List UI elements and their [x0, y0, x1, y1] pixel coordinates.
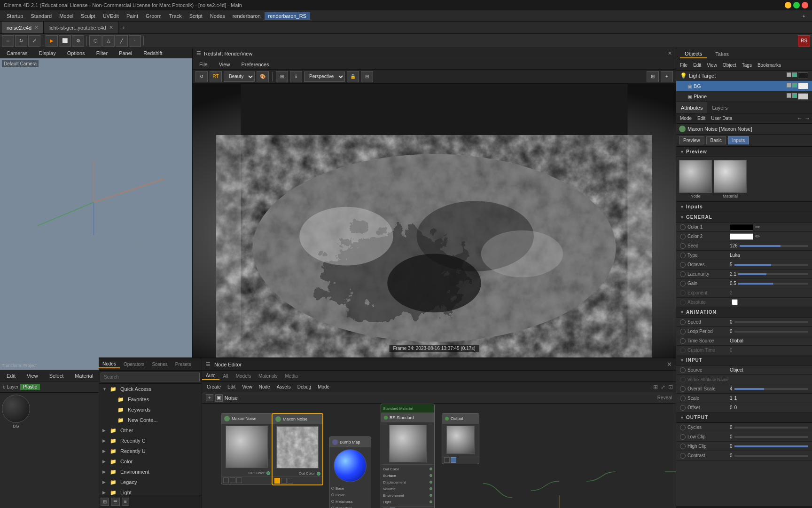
attr-back-btn[interactable]: ←	[797, 115, 803, 122]
cycles-port[interactable]	[680, 425, 686, 430]
nemenu-debug[interactable]: Debug	[296, 384, 313, 390]
lowclip-slider[interactable]	[734, 436, 808, 438]
node-maxon1-icon3[interactable]	[236, 477, 242, 483]
amenu-edit[interactable]: Edit	[695, 115, 707, 121]
tab-takes[interactable]: Takes	[710, 50, 734, 58]
btab-view[interactable]: View	[23, 372, 42, 380]
ne-add-btn[interactable]: +	[206, 394, 213, 401]
oscale-slider[interactable]	[734, 388, 808, 390]
rvm-prefs[interactable]: Preferences	[237, 61, 273, 68]
tree-color[interactable]: ▶ 📁 Color	[99, 456, 202, 467]
btab-edit[interactable]: Edit	[3, 372, 19, 380]
node-canvas[interactable]: Maxon Noise Out Color	[202, 404, 676, 508]
output-section-header[interactable]: ▼ OUTPUT	[676, 413, 812, 423]
menu-uvedit[interactable]: UVEdit	[99, 12, 123, 20]
amenu-userdata[interactable]: User Data	[709, 115, 734, 121]
menu-standard[interactable]: Standard	[27, 12, 55, 20]
attr-fwd-btn[interactable]: →	[804, 115, 810, 122]
obj-bg-dot2[interactable]	[792, 83, 797, 87]
inputs-section-header[interactable]: ▼ Inputs	[676, 202, 812, 212]
vertex-port[interactable]	[680, 377, 686, 382]
btn-basic[interactable]: Basic	[706, 136, 726, 144]
color2-swatch[interactable]	[730, 233, 753, 240]
nemenu-mode[interactable]: Mode	[316, 384, 331, 390]
render-settings[interactable]: ⚙	[72, 35, 84, 47]
omenu-file[interactable]: File	[678, 62, 689, 68]
nemenu-create[interactable]: Create	[205, 384, 223, 390]
tree-quick-access[interactable]: ▼ 📁 Quick Access	[99, 384, 202, 394]
lib-list-btn[interactable]: ☰	[111, 498, 120, 506]
btab-select[interactable]: Select	[46, 372, 68, 380]
tree-newconte[interactable]: 📁 New Conte...	[99, 415, 202, 425]
minimize-button[interactable]	[785, 2, 791, 8]
tab-attributes[interactable]: Attributes	[676, 102, 707, 113]
port-rsstd-volume[interactable]	[429, 487, 432, 490]
node-maxon2-icon2[interactable]	[281, 478, 287, 484]
tab-objects[interactable]: Objects	[680, 50, 707, 58]
port-rsstd-surface[interactable]	[429, 474, 432, 477]
port-bump-metalness[interactable]	[331, 500, 334, 503]
ne-icon1[interactable]: ⊞	[653, 384, 658, 390]
node-maxon1-out-port[interactable]	[266, 471, 270, 475]
tree-recently-c[interactable]: ▶ 📁 Recently C	[99, 436, 202, 446]
render-canvas[interactable]: Frame 34: 2023-08-16 13:37:45 (0.17s)	[193, 84, 676, 359]
maximize-button[interactable]	[793, 2, 800, 8]
omenu-bookmarks[interactable]: Bookmarks	[756, 62, 783, 68]
port-bump-color[interactable]	[331, 493, 334, 496]
rt-lock[interactable]: 🔒	[347, 71, 359, 82]
object-tool[interactable]: ⬡	[89, 35, 102, 47]
lacunarity-port[interactable]	[680, 271, 686, 277]
amenu-mode[interactable]: Mode	[678, 115, 694, 121]
menu-model[interactable]: Model	[55, 12, 77, 20]
vmenu-cameras[interactable]: Cameras	[3, 49, 31, 57]
obj-bg-dot1[interactable]	[787, 83, 791, 87]
color1-swatch[interactable]	[730, 224, 753, 230]
tree-light[interactable]: ▶ 📁 Light	[99, 487, 202, 495]
cycles-slider[interactable]	[734, 427, 808, 429]
preview-material-sphere[interactable]	[714, 160, 747, 193]
obj-plane[interactable]: ▣ Plane	[676, 91, 812, 102]
omenu-edit[interactable]: Edit	[691, 62, 703, 68]
btn-preview[interactable]: Preview	[679, 136, 704, 144]
rt-split[interactable]: ⊟	[361, 71, 373, 82]
nemenu-view[interactable]: View	[240, 384, 254, 390]
speed-port[interactable]	[680, 319, 686, 325]
menu-groom[interactable]: Groom	[142, 12, 165, 20]
octaves-slider[interactable]	[734, 264, 808, 266]
ne-expand-btn[interactable]: ⊡	[668, 384, 673, 390]
lib-tab-scenes[interactable]: Scenes	[148, 361, 171, 368]
poly-tool[interactable]: △	[102, 35, 115, 47]
menu-sculpt[interactable]: Sculpt	[77, 12, 99, 20]
ne-filter-icon[interactable]: ▣	[215, 394, 223, 402]
plastic-badge[interactable]: Plastic	[20, 384, 39, 390]
omenu-tags[interactable]: Tags	[740, 62, 754, 68]
rotate-tool[interactable]: ↻	[15, 35, 27, 47]
obj-light-target[interactable]: 💡 Light Target	[676, 71, 812, 81]
scale-port[interactable]	[680, 396, 686, 401]
tree-environment[interactable]: ▶ 📁 Environment	[99, 467, 202, 477]
vmenu-display[interactable]: Display	[35, 49, 60, 57]
vmenu-redshift[interactable]: Redshift	[140, 49, 166, 57]
vmenu-filter[interactable]: Filter	[93, 49, 111, 57]
omenu-view[interactable]: View	[705, 62, 719, 68]
material-sphere-preview[interactable]	[2, 395, 30, 423]
lib-tab-nodes[interactable]: Nodes	[99, 360, 120, 368]
contrast-slider[interactable]	[734, 455, 808, 457]
add-tab-button[interactable]: +	[118, 23, 129, 33]
rt-refresh[interactable]: ↺	[195, 71, 208, 82]
ne-tab-auto[interactable]: Auto	[202, 372, 219, 380]
animation-section-header[interactable]: ▼ ANIMATION	[676, 307, 812, 318]
node-output-in-port[interactable]	[445, 417, 449, 421]
node-rsstd-in-port[interactable]	[384, 416, 388, 420]
input-section-header[interactable]: ▼ INPUT	[676, 355, 812, 365]
node-maxon1-icon1[interactable]	[223, 477, 229, 483]
node-maxon2-icon1[interactable]	[274, 478, 280, 484]
general-section-header[interactable]: ▼ GENERAL	[676, 212, 812, 222]
port-bump-base[interactable]	[331, 487, 334, 490]
node-output[interactable]: Output	[442, 413, 479, 464]
ne-tab-all[interactable]: All	[219, 373, 232, 380]
vmenu-panel[interactable]: Panel	[115, 49, 136, 57]
edge-tool[interactable]: ╱	[116, 35, 128, 47]
rvm-file[interactable]: File	[195, 61, 211, 68]
point-tool[interactable]: ·	[129, 35, 141, 47]
